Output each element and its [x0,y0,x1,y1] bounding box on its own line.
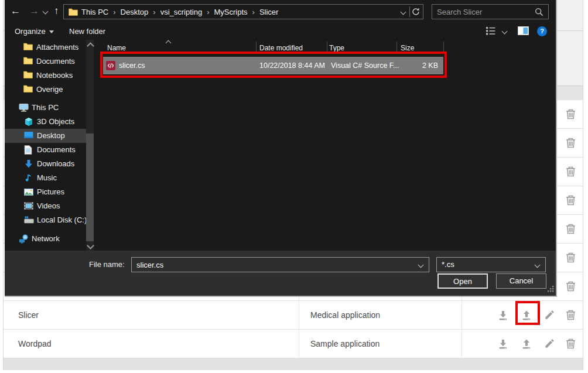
dialog-nav-bar: ← → ↑ This PC › Desktop › vsi_scripting … [5,0,556,23]
sidebar-item-overige[interactable]: Overige [5,83,93,97]
folder-icon [69,8,78,18]
column-divider [299,330,299,358]
edit-icon[interactable] [544,338,556,350]
file-name: slicer.cs [119,57,145,74]
film-icon [24,202,33,211]
chevron-down-icon [49,30,54,33]
breadcrumb-separator: › [153,8,155,16]
view-details-icon[interactable] [486,27,495,37]
address-bar[interactable]: This PC › Desktop › vsi_scripting › MySc… [63,4,423,19]
breadcrumb-myscripts[interactable]: MyScripts [214,8,248,16]
preview-pane-icon[interactable] [518,26,529,37]
folder-icon [23,71,33,80]
scroll-up-icon[interactable] [87,42,94,50]
computer-icon [19,103,28,112]
file-row-slicer-cs[interactable]: slicer.cs 10/22/2018 8:44 AM Visual C# S… [103,57,443,74]
delete-icon[interactable] [566,252,577,264]
disk-drive-icon [24,216,33,225]
column-header-name[interactable]: Name [107,44,126,52]
open-button[interactable]: Open [437,273,488,289]
back-icon[interactable]: ← [11,5,20,17]
folder-icon [23,57,33,66]
table-row-slicer: Slicer Medical application [4,301,583,330]
scrollbar-thumb[interactable] [86,134,94,241]
document-icon [24,145,33,155]
column-divider[interactable] [256,42,257,53]
upload-icon[interactable] [521,309,532,321]
forward-icon[interactable]: → [29,5,39,17]
delete-icon[interactable] [566,280,577,292]
recent-locations-icon[interactable] [43,9,49,15]
search-box[interactable] [432,4,549,19]
sidebar-scrollbar[interactable] [86,40,94,252]
edit-icon[interactable] [544,309,556,321]
breadcrumb-this-pc[interactable]: This PC [81,8,108,16]
delete-icon[interactable] [566,137,577,149]
file-name-combobox[interactable] [131,257,429,272]
file-type-dropdown[interactable]: *.cs [436,257,546,272]
sidebar-item-desktop[interactable]: Desktop [5,129,93,143]
sidebar-item-network[interactable]: Network [5,232,93,246]
column-header-type[interactable]: Type [329,44,344,52]
search-icon[interactable] [535,8,543,18]
sidebar-item-3d-objects[interactable]: 3D Objects [5,115,93,129]
column-header-size[interactable]: Size [401,44,414,52]
file-date-modified: 10/22/2018 8:44 AM [259,57,325,74]
sidebar-item-notebooks[interactable]: Notebooks [5,69,93,83]
delete-icon[interactable] [566,194,577,206]
column-divider[interactable] [443,42,444,53]
column-header-date-modified[interactable]: Date modified [259,44,303,52]
picture-icon [24,189,33,198]
scroll-down-icon[interactable] [87,242,94,249]
help-icon[interactable]: ? [537,26,547,36]
resize-grip[interactable] [547,285,554,294]
breadcrumb-slicer[interactable]: Slicer [259,8,279,16]
sidebar-item-downloads[interactable]: Downloads [5,157,93,171]
delete-icon[interactable] [566,166,577,177]
download-icon[interactable] [497,309,509,321]
chevron-down-icon[interactable] [535,262,541,268]
breadcrumb-vsi-scripting[interactable]: vsi_scripting [160,8,203,16]
view-options-chevron-icon[interactable] [502,29,508,35]
sidebar-item-videos[interactable]: Videos [5,199,93,213]
up-icon[interactable]: ↑ [54,5,59,17]
sidebar-item-pictures[interactable]: Pictures [5,185,93,199]
organize-menu[interactable]: Organize [15,27,54,36]
breadcrumb-separator: › [207,8,209,16]
delete-icon[interactable] [566,309,577,321]
delete-icon[interactable] [566,338,577,350]
upload-icon[interactable] [521,338,532,350]
download-icon[interactable] [497,338,509,350]
delete-icon[interactable] [566,108,577,120]
refresh-icon[interactable] [411,7,421,18]
desktop-icon [24,131,33,141]
sidebar-item-local-disk-c[interactable]: Local Disk (C:) [5,213,93,227]
delete-icon[interactable] [566,223,577,235]
column-divider [461,301,462,329]
file-name-input[interactable] [132,258,429,272]
folder-icon [23,85,33,94]
sidebar-item-attachments[interactable]: Attachments [5,40,93,54]
sidebar-item-documents[interactable]: Documents [5,143,93,157]
download-arrow-icon [24,159,33,169]
table-footer [4,358,583,370]
file-open-dialog: ← → ↑ This PC › Desktop › vsi_scripting … [5,0,557,297]
csharp-file-icon [106,61,115,72]
sidebar-item-this-pc[interactable]: This PC [5,101,93,115]
cube-icon [24,117,33,126]
column-divider[interactable] [327,42,327,53]
search-input[interactable] [432,5,548,19]
table-row-wordpad: Wordpad Sample application [4,330,583,358]
column-divider[interactable] [396,42,397,53]
breadcrumb: This PC › Desktop › vsi_scripting › MySc… [81,5,278,19]
script-name: Slicer [18,301,39,329]
file-name-label: File name: [89,257,125,272]
breadcrumb-desktop[interactable]: Desktop [121,8,149,16]
sidebar-item-documents-qa[interactable]: Documents [5,54,93,69]
folder-icon [23,43,33,52]
new-folder-button[interactable]: New folder [69,27,105,36]
address-dropdown-icon[interactable] [401,9,406,15]
script-name: Wordpad [18,330,52,358]
sidebar-item-music[interactable]: Music [5,171,93,185]
cancel-button[interactable]: Cancel [496,273,546,289]
